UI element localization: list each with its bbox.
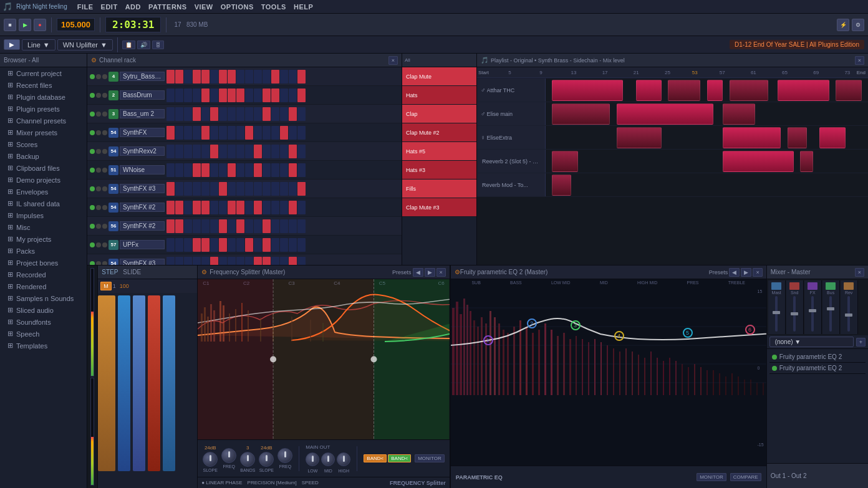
browser-item-12[interactable]: ⊞Impulses <box>0 209 87 221</box>
play-button[interactable]: ▶ <box>19 19 31 31</box>
low-out-knob[interactable] <box>306 452 319 466</box>
clip-0-1[interactable] <box>636 80 662 101</box>
monitor-btn[interactable]: MONITOR <box>415 454 445 462</box>
pad-9-12[interactable] <box>271 238 279 252</box>
menu-item-help[interactable]: HELP <box>290 2 317 12</box>
browser-item-2[interactable]: ⊞Plugin database <box>0 91 87 103</box>
pad-1-13[interactable] <box>280 89 288 102</box>
pad-9-11[interactable] <box>263 238 271 252</box>
toolbar-btn-3[interactable]: 🎛 <box>152 41 164 49</box>
pad-3-15[interactable] <box>297 126 306 140</box>
ch-name-0[interactable]: Sytru_Bass m <box>120 72 165 81</box>
pad-6-12[interactable] <box>271 182 279 196</box>
pad-3-5[interactable] <box>210 126 218 140</box>
clip-0-0[interactable] <box>552 80 623 101</box>
pad-8-4[interactable] <box>201 219 210 233</box>
pad-5-3[interactable] <box>193 163 201 177</box>
browser-item-14[interactable]: ⊞My projects <box>0 233 87 245</box>
pad-5-7[interactable] <box>228 163 236 177</box>
pad-10-5[interactable] <box>210 257 218 266</box>
playlist-close[interactable]: × <box>855 56 864 65</box>
browser-item-15[interactable]: ⊞Packs <box>0 245 87 257</box>
clip-3-2[interactable] <box>800 151 813 172</box>
pad-7-2[interactable] <box>184 201 192 214</box>
browser-item-13[interactable]: ⊞Misc <box>0 221 87 233</box>
browser-item-6[interactable]: ⊞Scores <box>0 138 87 150</box>
pad-2-11[interactable] <box>263 107 271 121</box>
pad-0-5[interactable] <box>210 70 218 84</box>
pad-8-15[interactable] <box>297 219 306 233</box>
pad-5-8[interactable] <box>236 163 244 177</box>
pad-7-7[interactable] <box>228 201 236 214</box>
menu-item-add[interactable]: ADD <box>122 2 145 12</box>
pad-3-12[interactable] <box>271 126 279 140</box>
pad-8-10[interactable] <box>254 219 262 233</box>
pad-9-13[interactable] <box>280 238 288 252</box>
pad-1-8[interactable] <box>236 89 244 102</box>
fx-toggle-1[interactable] <box>772 355 777 360</box>
pad-4-10[interactable] <box>254 145 262 158</box>
browser-item-23[interactable]: ⊞Templates <box>0 340 87 352</box>
clip-0-2[interactable] <box>668 80 700 101</box>
pad-10-2[interactable] <box>184 257 192 266</box>
browser-item-8[interactable]: ⊞Clipboard files <box>0 162 87 174</box>
pad-10-12[interactable] <box>271 257 279 266</box>
pad-4-6[interactable] <box>219 145 227 158</box>
eq-prev-btn[interactable]: ◀ <box>729 268 740 277</box>
eq-monitor-btn[interactable]: MONITOR <box>697 473 726 481</box>
pad-4-2[interactable] <box>184 145 192 158</box>
pad-7-4[interactable] <box>201 201 210 214</box>
fx-item-1[interactable]: Fruity parametric EQ 2 <box>769 352 866 363</box>
pad-8-3[interactable] <box>193 219 201 233</box>
ch-name-6[interactable]: SynthFX #3 <box>120 184 165 193</box>
pad-9-6[interactable] <box>219 238 227 252</box>
clip-2-1[interactable] <box>723 127 781 148</box>
pad-6-13[interactable] <box>280 182 288 196</box>
eq-close[interactable]: × <box>753 268 762 277</box>
pad-7-9[interactable] <box>245 201 253 214</box>
browser-item-21[interactable]: ⊞Soundfonts <box>0 316 87 328</box>
band1-toggle[interactable]: BAND< <box>364 454 387 462</box>
pad-6-15[interactable] <box>297 182 306 196</box>
clip-0-4[interactable] <box>730 80 768 101</box>
fx-toggle-2[interactable] <box>772 366 777 371</box>
pad-4-8[interactable] <box>236 145 244 158</box>
pad-0-13[interactable] <box>280 70 288 84</box>
clip-2-0[interactable] <box>617 127 662 148</box>
pad-3-7[interactable] <box>228 126 236 140</box>
pad-4-13[interactable] <box>280 145 288 158</box>
pad-8-6[interactable] <box>219 219 227 233</box>
pad-8-14[interactable] <box>289 219 297 233</box>
pad-10-1[interactable] <box>175 257 183 266</box>
pad-7-13[interactable] <box>280 201 288 214</box>
menu-item-file[interactable]: FILE <box>74 2 97 12</box>
ch-name-4[interactable]: SynthRexv2 <box>120 146 165 156</box>
ch-name-2[interactable]: Bass_um 2 <box>120 109 165 118</box>
pad-2-3[interactable] <box>193 107 201 121</box>
menu-item-options[interactable]: OPTIONS <box>217 2 258 12</box>
browser-item-16[interactable]: ⊞Project bones <box>0 257 87 269</box>
pad-3-9[interactable] <box>245 126 253 140</box>
pad-10-10[interactable] <box>254 257 262 266</box>
pad-0-1[interactable] <box>175 70 183 84</box>
pad-9-4[interactable] <box>201 238 210 252</box>
cpu-btn[interactable]: ⚡ <box>837 19 849 31</box>
pad-0-3[interactable] <box>193 70 201 84</box>
pad-10-6[interactable] <box>219 257 227 266</box>
pad-10-15[interactable] <box>297 257 306 266</box>
pad-5-12[interactable] <box>271 163 279 177</box>
slope2-knob[interactable] <box>259 452 274 467</box>
pad-3-8[interactable] <box>236 126 244 140</box>
pad-0-2[interactable] <box>184 70 192 84</box>
pad-0-9[interactable] <box>245 70 253 84</box>
pad-1-6[interactable] <box>219 89 227 102</box>
browser-item-20[interactable]: ⊞Sliced audio <box>0 304 87 316</box>
pad-8-1[interactable] <box>175 219 183 233</box>
mixer-close[interactable]: × <box>855 268 864 277</box>
pad-2-7[interactable] <box>228 107 236 121</box>
pad-9-9[interactable] <box>245 238 253 252</box>
fader-thumb-4[interactable] <box>827 307 834 310</box>
pad-0-4[interactable] <box>201 70 210 84</box>
pad-6-10[interactable] <box>254 182 262 196</box>
pad-1-9[interactable] <box>245 89 253 102</box>
